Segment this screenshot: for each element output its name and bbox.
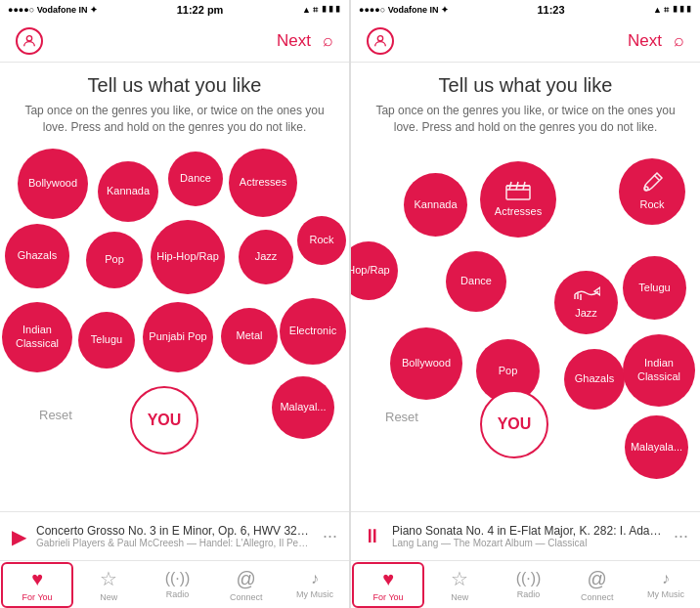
- bubble-actresses-right[interactable]: Actresses: [480, 161, 556, 238]
- more-icon-right[interactable]: ···: [674, 526, 688, 546]
- now-playing-left[interactable]: ▶ Concerto Grosso No. 3 in E Minor, Op. …: [0, 511, 349, 560]
- status-time-right: 11:23: [537, 4, 564, 16]
- svg-point-8: [644, 187, 648, 191]
- reset-button-left[interactable]: Reset: [39, 408, 72, 422]
- profile-icon-left[interactable]: [16, 27, 43, 55]
- header-title-right: Tell us what you like: [367, 74, 684, 97]
- header-subtitle-right: Tap once on the genres you like, or twic…: [367, 103, 684, 136]
- track-sub-right: Lang Lang — The Mozart Album — Classical: [392, 538, 664, 548]
- next-button-right[interactable]: Next: [628, 31, 662, 51]
- header-subtitle-left: Tap once on the genres you like, or twic…: [16, 103, 333, 136]
- tab-radio-right[interactable]: ((·)) Radio: [494, 566, 562, 603]
- tab-new-left[interactable]: ☆ New: [74, 563, 143, 606]
- bubble-kannada-right[interactable]: Kannada: [404, 173, 467, 237]
- radio-icon-left: ((·)): [165, 570, 191, 587]
- bubble-malayalam-right[interactable]: Malayala...: [625, 415, 688, 479]
- tab-label-connect-right: Connect: [581, 592, 614, 602]
- tab-connect-left[interactable]: @ Connect: [212, 564, 281, 606]
- music-icon-left: ♪: [311, 570, 319, 587]
- header-left: Tell us what you like Tap once on the ge…: [0, 63, 349, 144]
- bubble-pop[interactable]: Pop: [86, 232, 143, 288]
- bubble-electronic[interactable]: Electronic: [280, 298, 346, 365]
- status-carrier-left: ●●●●○ Vodafone IN ✦: [8, 5, 98, 15]
- bubbles-area-left: Bollywood Kannada Dance Actresses Ghazal…: [0, 144, 349, 511]
- tab-label-for-you-left: For You: [22, 592, 53, 602]
- heart-icon-right: ♥: [382, 568, 394, 590]
- music-icon-right: ♪: [662, 570, 670, 587]
- star-icon-right: ☆: [451, 567, 468, 590]
- bubble-punjabi[interactable]: Punjabi Pop: [143, 302, 213, 372]
- tab-connect-right[interactable]: @ Connect: [563, 564, 632, 606]
- tab-for-you-left[interactable]: ♥ For You: [1, 562, 73, 608]
- bubble-ghazals[interactable]: Ghazals: [5, 224, 69, 288]
- track-sub-left: Gabrieli Players & Paul McCreesh — Hande…: [36, 538, 313, 548]
- reset-button-right[interactable]: Reset: [385, 410, 418, 424]
- tab-label-mymusic-left: My Music: [296, 589, 333, 599]
- bubble-rock-right[interactable]: Rock: [619, 158, 685, 225]
- search-icon-left[interactable]: ⌕: [323, 30, 333, 51]
- bubble-metal[interactable]: Metal: [221, 308, 278, 365]
- bubble-hiphop[interactable]: Hip-Hop/Rap: [151, 220, 225, 294]
- bubble-jazz-right[interactable]: Jazz: [554, 271, 618, 334]
- bubble-dance[interactable]: Dance: [168, 152, 223, 206]
- tab-label-radio-left: Radio: [166, 589, 190, 599]
- at-icon-right: @: [588, 568, 607, 590]
- tab-mymusic-right[interactable]: ♪ My Music: [632, 566, 700, 603]
- you-bubble-left[interactable]: YOU: [130, 386, 198, 455]
- tab-label-mymusic-right: My Music: [647, 589, 684, 599]
- tab-label-new-left: New: [100, 592, 117, 602]
- bubble-malayalam-left[interactable]: Malayal...: [272, 376, 334, 439]
- tab-for-you-right[interactable]: ♥ For You: [352, 562, 424, 608]
- tab-radio-left[interactable]: ((·)) Radio: [143, 566, 211, 603]
- bubble-ghazals-right[interactable]: Ghazals: [564, 349, 625, 410]
- pause-icon-right[interactable]: ⏸: [363, 525, 382, 547]
- heart-icon-left: ♥: [31, 568, 43, 590]
- bubble-telugu-right[interactable]: Telugu: [623, 256, 686, 320]
- bubble-dance-right[interactable]: Dance: [446, 251, 506, 312]
- status-icons-right: ▲ ⌗ ▮▮▮: [653, 5, 692, 16]
- more-icon-left[interactable]: ···: [323, 526, 337, 546]
- tab-bar-left: ♥ For You ☆ New ((·)) Radio @ Connect ♪ …: [0, 560, 349, 608]
- play-icon-left[interactable]: ▶: [12, 525, 26, 548]
- bubble-bollywood[interactable]: Bollywood: [18, 149, 88, 219]
- track-title-left: Concerto Grosso No. 3 in E Minor, Op. 6,…: [36, 524, 313, 538]
- svg-point-0: [26, 35, 31, 40]
- profile-icon-right[interactable]: [367, 27, 394, 55]
- tab-new-right[interactable]: ☆ New: [425, 563, 494, 606]
- bubble-actresses[interactable]: Actresses: [229, 149, 297, 217]
- tab-label-for-you-right: For You: [373, 592, 404, 602]
- tab-label-new-right: New: [451, 592, 468, 602]
- now-playing-right[interactable]: ⏸ Piano Sonata No. 4 in E-Flat Major, K.…: [351, 511, 700, 560]
- search-icon-right[interactable]: ⌕: [674, 30, 684, 51]
- track-title-right: Piano Sonata No. 4 in E-Flat Major, K. 2…: [392, 524, 664, 538]
- bubble-indian-classical[interactable]: Indian Classical: [2, 302, 72, 372]
- status-bar-right: ●●●●○ Vodafone IN ✦ 11:23 ▲ ⌗ ▮▮▮: [351, 0, 700, 20]
- tab-label-connect-left: Connect: [230, 592, 263, 602]
- bubble-telugu[interactable]: Telugu: [78, 312, 135, 369]
- nav-right-left: Next ⌕: [277, 30, 333, 51]
- bubbles-area-right: Hop/Rap Kannada Actresses Rock Dance: [351, 144, 700, 511]
- header-title-left: Tell us what you like: [16, 74, 333, 97]
- svg-point-1: [377, 35, 382, 40]
- status-time-left: 11:22 pm: [177, 4, 224, 16]
- you-bubble-right[interactable]: YOU: [480, 390, 548, 458]
- left-screen: ●●●●○ Vodafone IN ✦ 11:22 pm ▲ ⌗ ▮▮▮ Nex…: [0, 0, 350, 608]
- nav-bar-right: Next ⌕: [351, 20, 700, 63]
- bubble-hop-rap[interactable]: Hop/Rap: [351, 241, 398, 300]
- bubble-bollywood-right[interactable]: Bollywood: [390, 327, 462, 400]
- bubble-kannada[interactable]: Kannada: [98, 161, 158, 222]
- radio-icon-right: ((·)): [516, 570, 542, 587]
- status-carrier-right: ●●●●○ Vodafone IN ✦: [359, 5, 449, 15]
- bubble-indian-classical-right[interactable]: Indian Classical: [623, 334, 695, 407]
- bubble-rock-left[interactable]: Rock: [297, 216, 346, 265]
- tab-mymusic-left[interactable]: ♪ My Music: [281, 566, 349, 603]
- next-button-left[interactable]: Next: [277, 31, 311, 51]
- at-icon-left: @: [237, 568, 256, 590]
- status-icons-left: ▲ ⌗ ▮▮▮: [302, 5, 341, 16]
- track-info-right: Piano Sonata No. 4 in E-Flat Major, K. 2…: [392, 524, 664, 548]
- header-right: Tell us what you like Tap once on the ge…: [351, 63, 700, 144]
- right-screen: ●●●●○ Vodafone IN ✦ 11:23 ▲ ⌗ ▮▮▮ Next ⌕…: [350, 0, 700, 608]
- tab-bar-right: ♥ For You ☆ New ((·)) Radio @ Connect ♪ …: [351, 560, 700, 608]
- bubble-jazz[interactable]: Jazz: [239, 230, 293, 284]
- star-icon-left: ☆: [100, 567, 117, 590]
